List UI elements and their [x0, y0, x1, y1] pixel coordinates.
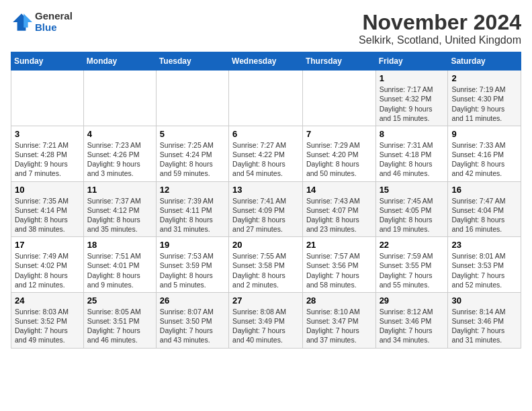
calendar-week-4: 17Sunrise: 7:49 AM Sunset: 4:02 PM Dayli…: [11, 237, 521, 293]
col-header-friday: Friday: [375, 52, 448, 71]
page-header: General Blue November 2024 Selkirk, Scot…: [11, 11, 521, 46]
calendar-cell: [11, 71, 84, 126]
day-number: 16: [451, 185, 517, 195]
day-info: Sunrise: 8:14 AM Sunset: 3:46 PM Dayligh…: [451, 307, 517, 345]
col-header-saturday: Saturday: [448, 52, 521, 71]
day-info: Sunrise: 7:59 AM Sunset: 3:55 PM Dayligh…: [380, 251, 445, 289]
calendar-cell: 6Sunrise: 7:27 AM Sunset: 4:22 PM Daylig…: [229, 126, 303, 181]
logo-general: General: [35, 11, 73, 22]
calendar-cell: 24Sunrise: 8:03 AM Sunset: 3:52 PM Dayli…: [11, 292, 84, 348]
day-number: 14: [306, 185, 372, 195]
day-number: 11: [87, 185, 152, 195]
calendar-cell: [229, 71, 303, 126]
day-number: 26: [160, 295, 225, 306]
day-number: 7: [306, 129, 372, 139]
calendar-cell: 8Sunrise: 7:31 AM Sunset: 4:18 PM Daylig…: [375, 126, 448, 181]
title-block: November 2024 Selkirk, Scotland, United …: [359, 11, 521, 46]
calendar-cell: 14Sunrise: 7:43 AM Sunset: 4:07 PM Dayli…: [302, 181, 375, 237]
day-info: Sunrise: 7:35 AM Sunset: 4:14 PM Dayligh…: [15, 196, 80, 234]
day-number: 13: [232, 185, 299, 195]
day-number: 18: [87, 240, 152, 250]
calendar-week-5: 24Sunrise: 8:03 AM Sunset: 3:52 PM Dayli…: [11, 292, 521, 348]
col-header-sunday: Sunday: [11, 52, 84, 71]
page-title: November 2024: [359, 11, 521, 34]
day-info: Sunrise: 7:25 AM Sunset: 4:24 PM Dayligh…: [160, 140, 225, 179]
calendar-cell: 18Sunrise: 7:51 AM Sunset: 4:01 PM Dayli…: [83, 237, 156, 293]
calendar-cell: 12Sunrise: 7:39 AM Sunset: 4:11 PM Dayli…: [156, 181, 228, 237]
day-info: Sunrise: 8:12 AM Sunset: 3:46 PM Dayligh…: [380, 307, 445, 345]
day-info: Sunrise: 7:23 AM Sunset: 4:26 PM Dayligh…: [87, 140, 152, 179]
day-number: 15: [380, 185, 445, 195]
day-info: Sunrise: 7:33 AM Sunset: 4:16 PM Dayligh…: [451, 140, 517, 179]
col-header-wednesday: Wednesday: [229, 52, 303, 71]
calendar-cell: 5Sunrise: 7:25 AM Sunset: 4:24 PM Daylig…: [156, 126, 228, 181]
day-number: 2: [451, 73, 517, 83]
day-number: 1: [380, 73, 445, 83]
calendar-cell: 4Sunrise: 7:23 AM Sunset: 4:26 PM Daylig…: [83, 126, 156, 181]
day-info: Sunrise: 7:45 AM Sunset: 4:05 PM Dayligh…: [380, 196, 445, 234]
calendar-cell: 20Sunrise: 7:55 AM Sunset: 3:58 PM Dayli…: [229, 237, 303, 293]
calendar-week-3: 10Sunrise: 7:35 AM Sunset: 4:14 PM Dayli…: [11, 181, 521, 237]
day-info: Sunrise: 7:27 AM Sunset: 4:22 PM Dayligh…: [232, 140, 299, 179]
calendar-cell: 19Sunrise: 7:53 AM Sunset: 3:59 PM Dayli…: [156, 237, 228, 293]
day-info: Sunrise: 7:51 AM Sunset: 4:01 PM Dayligh…: [87, 251, 152, 289]
logo: General Blue: [11, 11, 73, 33]
calendar-cell: 11Sunrise: 7:37 AM Sunset: 4:12 PM Dayli…: [83, 181, 156, 237]
day-info: Sunrise: 8:05 AM Sunset: 3:51 PM Dayligh…: [87, 307, 152, 345]
calendar-cell: 17Sunrise: 7:49 AM Sunset: 4:02 PM Dayli…: [11, 237, 84, 293]
day-info: Sunrise: 7:37 AM Sunset: 4:12 PM Dayligh…: [87, 196, 152, 234]
day-info: Sunrise: 7:17 AM Sunset: 4:32 PM Dayligh…: [380, 85, 445, 123]
calendar-week-1: 1Sunrise: 7:17 AM Sunset: 4:32 PM Daylig…: [11, 71, 521, 126]
day-number: 27: [232, 295, 299, 306]
calendar-week-2: 3Sunrise: 7:21 AM Sunset: 4:28 PM Daylig…: [11, 126, 521, 181]
day-info: Sunrise: 7:19 AM Sunset: 4:30 PM Dayligh…: [451, 85, 517, 123]
calendar-cell: 21Sunrise: 7:57 AM Sunset: 3:56 PM Dayli…: [302, 237, 375, 293]
day-info: Sunrise: 8:10 AM Sunset: 3:47 PM Dayligh…: [306, 307, 372, 345]
day-info: Sunrise: 7:49 AM Sunset: 4:02 PM Dayligh…: [15, 251, 80, 289]
day-number: 12: [160, 185, 225, 195]
day-number: 29: [380, 295, 445, 306]
day-number: 3: [15, 129, 80, 139]
day-number: 6: [232, 129, 299, 139]
svg-marker-1: [24, 13, 32, 28]
calendar-cell: 10Sunrise: 7:35 AM Sunset: 4:14 PM Dayli…: [11, 181, 84, 237]
day-number: 28: [306, 295, 372, 306]
calendar-cell: 3Sunrise: 7:21 AM Sunset: 4:28 PM Daylig…: [11, 126, 84, 181]
day-number: 20: [232, 240, 299, 250]
calendar-cell: 22Sunrise: 7:59 AM Sunset: 3:55 PM Dayli…: [375, 237, 448, 293]
day-info: Sunrise: 8:08 AM Sunset: 3:49 PM Dayligh…: [232, 307, 299, 345]
day-number: 22: [380, 240, 445, 250]
col-header-thursday: Thursday: [302, 52, 375, 71]
day-number: 19: [160, 240, 225, 250]
day-number: 5: [160, 129, 225, 139]
calendar-cell: [302, 71, 375, 126]
calendar-cell: 27Sunrise: 8:08 AM Sunset: 3:49 PM Dayli…: [229, 292, 303, 348]
calendar-cell: 25Sunrise: 8:05 AM Sunset: 3:51 PM Dayli…: [83, 292, 156, 348]
calendar-cell: 30Sunrise: 8:14 AM Sunset: 3:46 PM Dayli…: [448, 292, 521, 348]
day-info: Sunrise: 8:07 AM Sunset: 3:50 PM Dayligh…: [160, 307, 225, 345]
day-info: Sunrise: 8:03 AM Sunset: 3:52 PM Dayligh…: [15, 307, 80, 345]
day-number: 23: [451, 240, 517, 250]
calendar-cell: 7Sunrise: 7:29 AM Sunset: 4:20 PM Daylig…: [302, 126, 375, 181]
day-info: Sunrise: 7:31 AM Sunset: 4:18 PM Dayligh…: [380, 140, 445, 179]
day-info: Sunrise: 7:43 AM Sunset: 4:07 PM Dayligh…: [306, 196, 372, 234]
day-info: Sunrise: 7:41 AM Sunset: 4:09 PM Dayligh…: [232, 196, 299, 234]
logo-icon: [11, 11, 32, 33]
day-info: Sunrise: 8:01 AM Sunset: 3:53 PM Dayligh…: [451, 251, 517, 289]
calendar-header-row: SundayMondayTuesdayWednesdayThursdayFrid…: [11, 52, 521, 71]
page-subtitle: Selkirk, Scotland, United Kingdom: [359, 34, 521, 46]
calendar-cell: [83, 71, 156, 126]
calendar-cell: 29Sunrise: 8:12 AM Sunset: 3:46 PM Dayli…: [375, 292, 448, 348]
col-header-tuesday: Tuesday: [156, 52, 228, 71]
calendar-cell: 13Sunrise: 7:41 AM Sunset: 4:09 PM Dayli…: [229, 181, 303, 237]
day-number: 8: [380, 129, 445, 139]
calendar-cell: 23Sunrise: 8:01 AM Sunset: 3:53 PM Dayli…: [448, 237, 521, 293]
calendar-cell: 15Sunrise: 7:45 AM Sunset: 4:05 PM Dayli…: [375, 181, 448, 237]
day-info: Sunrise: 7:47 AM Sunset: 4:04 PM Dayligh…: [451, 196, 517, 234]
day-number: 4: [87, 129, 152, 139]
day-info: Sunrise: 7:57 AM Sunset: 3:56 PM Dayligh…: [306, 251, 372, 289]
calendar-cell: 16Sunrise: 7:47 AM Sunset: 4:04 PM Dayli…: [448, 181, 521, 237]
day-number: 17: [15, 240, 80, 250]
col-header-monday: Monday: [83, 52, 156, 71]
day-number: 25: [87, 295, 152, 306]
